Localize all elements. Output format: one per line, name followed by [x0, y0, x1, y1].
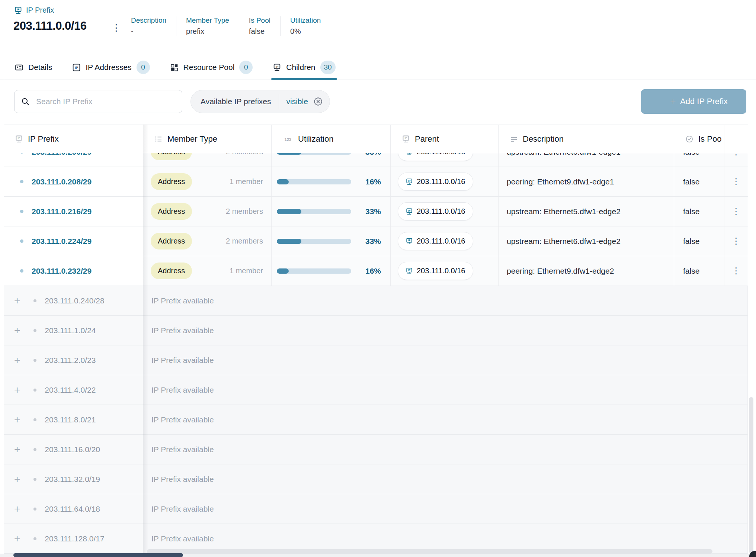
parent-pill[interactable]: IP 203.111.0.0/16: [398, 173, 473, 191]
vertical-scrollbar-thumb[interactable]: [749, 397, 753, 553]
utilization-percent: 33%: [365, 237, 381, 246]
available-label: IP Prefix available: [143, 296, 214, 305]
member-count: 1 member: [230, 177, 263, 186]
title-kebab-menu[interactable]: ⋮: [112, 22, 121, 34]
tab-resource-pool[interactable]: Resource Pool 0: [170, 55, 253, 80]
summary-stat: Is Pool false: [239, 16, 280, 36]
stat-value: 0%: [290, 27, 321, 36]
tab-children[interactable]: IP Children 30: [273, 55, 335, 80]
row-kebab-menu[interactable]: ⋮: [732, 207, 740, 216]
status-dot: [20, 269, 23, 273]
filter-chip[interactable]: Available IP prefixes visible: [190, 90, 330, 113]
utilization-bar: [277, 179, 351, 184]
column-header-label: Member Type: [167, 134, 217, 144]
column-header-member-type[interactable]: Member Type: [143, 125, 272, 153]
close-circle-icon[interactable]: [313, 97, 323, 106]
add-prefix-plus-icon[interactable]: +: [14, 504, 20, 514]
stat-label: Member Type: [186, 16, 229, 25]
available-prefix-row: + 203.111.64.0/18 IP Prefix available: [4, 494, 748, 524]
parent-prefix: 203.111.0.0/16: [417, 237, 465, 245]
available-label: IP Prefix available: [143, 505, 214, 513]
add-ip-prefix-button[interactable]: + Add IP Prefix: [641, 89, 746, 114]
column-header-is-pool[interactable]: Is Pool: [674, 125, 724, 153]
column-header-label: Is Pool: [698, 134, 721, 144]
prefix-icon: IP: [402, 135, 410, 143]
breadcrumb[interactable]: IP IP Prefix: [14, 6, 54, 15]
utilization-percent: 16%: [365, 267, 381, 276]
available-prefix: 203.111.2.0/23: [45, 356, 96, 365]
parent-prefix: 203.111.0.0/16: [417, 267, 465, 275]
prefix-link[interactable]: 203.111.0.232/29: [32, 267, 92, 276]
summary-stat: Member Type prefix: [176, 16, 239, 36]
parent-pill[interactable]: IP 203.111.0.0/16: [398, 202, 473, 220]
summary-stat: Description -: [131, 16, 176, 36]
parent-pill[interactable]: IP 203.111.0.0/16: [398, 232, 473, 250]
svg-text:IP: IP: [404, 136, 407, 140]
utilization-percent: 33%: [365, 207, 381, 216]
available-prefix-row: + 203.111.0.240/28 IP Prefix available: [4, 286, 748, 316]
prefix-link[interactable]: 203.111.0.208/29: [32, 177, 92, 186]
column-header-label: IP Prefix: [28, 134, 59, 144]
is-pool-cell: false: [674, 256, 724, 286]
table-row[interactable]: 203.111.0.216/29 Address 2 members 33% I…: [4, 197, 748, 226]
add-prefix-plus-icon[interactable]: +: [14, 534, 20, 544]
svg-text:IP: IP: [17, 136, 20, 140]
status-dot: [33, 299, 36, 302]
prefix-icon: IP: [15, 135, 23, 143]
svg-text:123: 123: [285, 137, 291, 141]
prefix-link[interactable]: 203.111.0.224/29: [32, 237, 92, 246]
available-prefix-row: + 203.111.8.0/21 IP Prefix available: [4, 405, 748, 435]
available-label: IP Prefix available: [143, 534, 214, 543]
row-kebab-menu[interactable]: ⋮: [732, 267, 740, 275]
search-input[interactable]: [14, 90, 182, 113]
prefix-link[interactable]: 203.111.0.216/29: [32, 207, 92, 216]
available-prefix-row: + 203.111.2.0/23 IP Prefix available: [4, 345, 748, 375]
status-dot: [33, 389, 36, 392]
tab-ip-addresses[interactable]: IP IP Addresses 0: [72, 55, 150, 80]
tab-label: Details: [28, 63, 52, 72]
add-prefix-plus-icon[interactable]: +: [14, 444, 20, 455]
status-dot: [33, 537, 36, 540]
filter-value: visible: [286, 97, 308, 106]
column-header-description[interactable]: Description: [499, 125, 674, 153]
svg-text:IP: IP: [75, 65, 79, 70]
table-row[interactable]: 203.111.0.208/29 Address 1 member 16% IP…: [4, 167, 748, 197]
column-header-label: Description: [523, 134, 564, 144]
ip-prefix-page: IP IP Prefix 203.111.0.0/16 ⋮ Descriptio…: [0, 0, 756, 557]
table-horizontal-scrollbar-thumb[interactable]: [147, 549, 712, 554]
add-prefix-plus-icon[interactable]: +: [14, 415, 20, 425]
row-kebab-menu[interactable]: ⋮: [732, 177, 740, 186]
row-kebab-menu[interactable]: ⋮: [732, 237, 740, 245]
column-header-parent[interactable]: IP Parent: [391, 125, 499, 153]
stat-value: prefix: [186, 27, 229, 36]
add-prefix-plus-icon[interactable]: +: [14, 474, 20, 484]
breadcrumb-label: IP Prefix: [26, 6, 54, 15]
parent-pill[interactable]: IP 203.111.0.0/16: [398, 262, 473, 280]
status-dot: [33, 329, 36, 332]
table-body: 203.111.0.200/29 Address 2 members 33% I…: [4, 137, 748, 554]
page-horizontal-scrollbar-thumb[interactable]: [13, 553, 183, 557]
description-cell: peering: Ethernet9.dfw1-edge2: [499, 256, 674, 286]
status-dot: [20, 210, 23, 213]
status-dot: [20, 180, 23, 183]
member-count: 1 member: [230, 267, 263, 275]
page-title: 203.111.0.0/16: [13, 19, 86, 33]
available-label: IP Prefix available: [143, 445, 214, 454]
svg-text:IP: IP: [408, 239, 411, 242]
tab-details[interactable]: Details: [15, 55, 52, 80]
table-row[interactable]: 203.111.0.232/29 Address 1 member 16% IP…: [4, 256, 748, 286]
tab-label: IP Addresses: [86, 63, 131, 72]
add-prefix-plus-icon[interactable]: +: [14, 325, 20, 336]
available-label: IP Prefix available: [143, 415, 214, 424]
column-header-utilization[interactable]: 123 Utilization: [272, 125, 391, 153]
member-count: 2 members: [226, 237, 263, 245]
add-prefix-plus-icon[interactable]: +: [14, 296, 20, 306]
svg-text:IP: IP: [408, 180, 411, 182]
column-header-ip-prefix[interactable]: IP IP Prefix: [4, 125, 143, 153]
tab-label: Children: [286, 63, 315, 72]
is-pool-cell: false: [674, 226, 724, 256]
stat-label: Is Pool: [249, 16, 270, 25]
add-prefix-plus-icon[interactable]: +: [14, 355, 20, 366]
table-row[interactable]: 203.111.0.224/29 Address 2 members 33% I…: [4, 226, 748, 256]
add-prefix-plus-icon[interactable]: +: [14, 385, 20, 395]
